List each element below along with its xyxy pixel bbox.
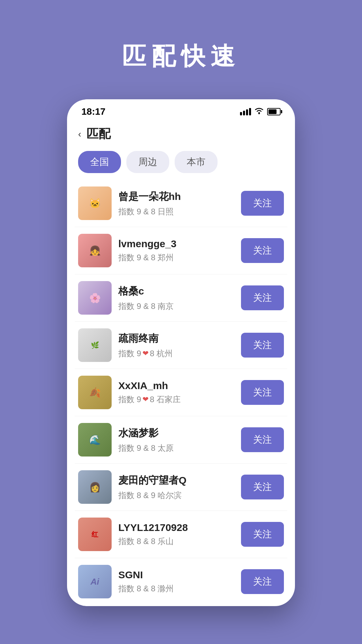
list-item: 👧 lvmengge_3 指数 9 & 8 郑州 关注 — [75, 227, 287, 274]
heart-icon: ❤ — [142, 349, 148, 358]
user-info: 格桑c 指数 9 & 8 南京 — [118, 284, 234, 312]
user-info: XxXIA_mh 指数 9 ❤ 8 石家庄 — [118, 380, 234, 405]
user-info: LYYL12170928 指数 8 & 8 乐山 — [118, 522, 234, 547]
svg-point-0 — [258, 113, 260, 114]
user-name: 曾是一朵花hh — [118, 190, 234, 204]
nav-title: 匹配 — [86, 126, 111, 142]
avatar: 👧 — [78, 234, 112, 267]
user-info: 水涵梦影 指数 9 & 8 太原 — [118, 426, 234, 453]
user-name: 格桑c — [118, 284, 234, 298]
user-info: SGNI 指数 8 & 8 滁州 — [118, 569, 234, 594]
list-item: 👩 麦田的守望者Q 指数 8 & 9 哈尔滨 关注 — [75, 464, 287, 511]
user-meta: 指数 9 ❤ 8 杭州 — [118, 348, 234, 359]
heart-icon: ❤ — [142, 395, 148, 404]
avatar: Ai — [78, 565, 112, 598]
follow-button[interactable]: 关注 — [241, 191, 284, 216]
user-name: lvmengge_3 — [118, 238, 234, 250]
list-item: 🌊 水涵梦影 指数 9 & 8 太原 关注 — [75, 416, 287, 464]
user-name: SGNI — [118, 569, 234, 581]
list-item: 🌿 疏雨终南 指数 9 ❤ 8 杭州 关注 — [75, 322, 287, 369]
follow-button[interactable]: 关注 — [241, 333, 284, 358]
user-meta: 指数 9 & 8 日照 — [118, 206, 234, 217]
follow-button[interactable]: 关注 — [241, 380, 284, 405]
user-info: 曾是一朵花hh 指数 9 & 8 日照 — [118, 190, 234, 217]
user-name: 水涵梦影 — [118, 426, 234, 440]
back-button[interactable]: ‹ — [78, 129, 81, 140]
follow-button[interactable]: 关注 — [241, 569, 284, 594]
follow-button[interactable]: 关注 — [241, 522, 284, 547]
user-meta: 指数 9 ❤ 8 石家庄 — [118, 394, 234, 405]
list-item: 红 LYYL12170928 指数 8 & 8 乐山 关注 — [75, 511, 287, 558]
user-meta: 指数 9 & 8 南京 — [118, 301, 234, 312]
avatar: 红 — [78, 518, 112, 551]
signal-icon — [240, 108, 251, 115]
phone-frame: 18:17 ‹ 匹配 全国 周边 本市 — [67, 99, 295, 606]
user-name: XxXIA_mh — [118, 380, 234, 391]
filter-tabs: 全国 周边 本市 — [68, 146, 294, 180]
filter-tab-city[interactable]: 本市 — [175, 151, 218, 173]
battery-icon — [267, 108, 281, 115]
user-name: 疏雨终南 — [118, 332, 234, 345]
list-item: 🐱 曾是一朵花hh 指数 9 & 8 日照 关注 — [75, 180, 287, 227]
user-list: 🐱 曾是一朵花hh 指数 9 & 8 日照 关注 👧 lvmengge_3 指数… — [68, 180, 294, 605]
user-meta: 指数 9 & 8 太原 — [118, 443, 234, 453]
follow-button[interactable]: 关注 — [241, 475, 284, 499]
user-meta: 指数 8 & 8 滁州 — [118, 583, 234, 594]
wifi-icon — [254, 107, 264, 116]
follow-button[interactable]: 关注 — [241, 238, 284, 263]
follow-button[interactable]: 关注 — [241, 427, 284, 452]
user-meta: 指数 8 & 8 乐山 — [118, 536, 234, 547]
user-info: 麦田的守望者Q 指数 8 & 9 哈尔滨 — [118, 474, 234, 501]
user-info: 疏雨终南 指数 9 ❤ 8 杭州 — [118, 332, 234, 359]
page-background-title: 匹配快速 — [122, 40, 240, 72]
list-item: 🌸 格桑c 指数 9 & 8 南京 关注 — [75, 274, 287, 322]
nav-bar: ‹ 匹配 — [68, 120, 294, 146]
filter-tab-nearby[interactable]: 周边 — [126, 151, 169, 173]
avatar: 🐱 — [78, 186, 112, 220]
follow-button[interactable]: 关注 — [241, 285, 284, 310]
user-info: lvmengge_3 指数 9 & 8 郑州 — [118, 238, 234, 263]
user-name: LYYL12170928 — [118, 522, 234, 533]
avatar: 🌿 — [78, 328, 112, 362]
avatar: 👩 — [78, 470, 112, 504]
status-time: 18:17 — [81, 106, 106, 117]
user-meta: 指数 9 & 8 郑州 — [118, 252, 234, 263]
list-item: Ai SGNI 指数 8 & 8 滁州 关注 — [75, 558, 287, 605]
status-icons — [240, 107, 281, 116]
avatar: 🌊 — [78, 423, 112, 457]
avatar: 🌸 — [78, 281, 112, 315]
user-meta: 指数 8 & 9 哈尔滨 — [118, 490, 234, 501]
status-bar: 18:17 — [68, 100, 294, 120]
user-name: 麦田的守望者Q — [118, 474, 234, 487]
filter-tab-nationwide[interactable]: 全国 — [78, 151, 121, 173]
avatar: 🍂 — [78, 376, 112, 409]
list-item: 🍂 XxXIA_mh 指数 9 ❤ 8 石家庄 关注 — [75, 369, 287, 416]
